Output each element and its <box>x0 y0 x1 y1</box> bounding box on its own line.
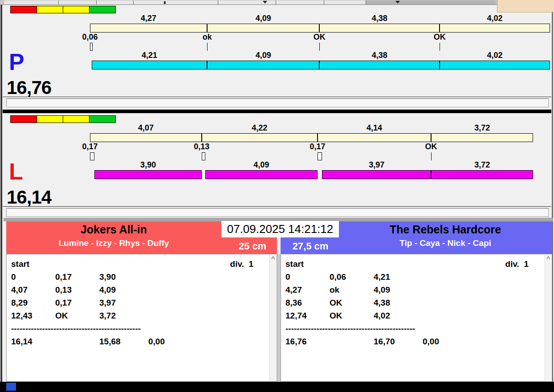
spacer <box>29 257 230 270</box>
scrollbar[interactable]: ^ <box>269 255 276 381</box>
ok-tick <box>440 43 440 51</box>
team-distance: 25 cm <box>228 241 277 252</box>
team-players: Tip - Caya - Nick - Capi <box>338 238 552 248</box>
score-cell: 0,00 <box>148 335 277 348</box>
list-separator: ----------------------------------------… <box>11 322 277 335</box>
marker-label: 0,13 <box>194 143 209 151</box>
marker-label: OK <box>434 33 446 41</box>
score-cell: 0 <box>285 270 330 283</box>
list-gap <box>277 254 281 382</box>
traffic-cell <box>37 115 63 123</box>
status-strip <box>6 208 549 217</box>
throw-bar-segment <box>322 170 431 179</box>
throw-bar-segment <box>205 170 318 179</box>
score-cell: 4,21 <box>374 270 423 283</box>
score-cell <box>423 296 552 309</box>
throw-bar-segment <box>431 170 533 179</box>
status-strip <box>6 98 549 107</box>
score-cell <box>423 283 552 296</box>
ok-tick <box>319 43 320 51</box>
toolbar-fragment[interactable] <box>97 0 134 4</box>
panel-letter: P <box>9 50 24 74</box>
gap-marker <box>90 43 93 51</box>
scrollbar[interactable]: ^ <box>545 255 551 381</box>
traffic-cell <box>89 6 116 13</box>
dropdown-arrow-icon[interactable] <box>263 1 267 4</box>
score-row: 16,1415,680,00 <box>11 335 277 348</box>
list-separator: ----------------------------------------… <box>285 322 552 335</box>
scale-bar-segment <box>440 24 550 33</box>
score-cell <box>148 270 277 283</box>
cumulative-value-label: 4,38 <box>372 14 387 22</box>
scroll-up-icon[interactable]: ^ <box>270 256 276 261</box>
score-cell: 12,74 <box>285 309 330 322</box>
toolbar-fragment[interactable] <box>59 0 97 4</box>
throw-value-label: 4,02 <box>487 51 503 59</box>
start-label: start <box>285 257 304 270</box>
score-cell: 0,17 <box>55 296 99 309</box>
toolbar-fragment[interactable] <box>277 0 324 4</box>
score-cell <box>148 283 277 296</box>
gap-marker <box>202 152 205 160</box>
marker-label: 0,17 <box>310 143 325 151</box>
score-cell: 16,76 <box>285 335 330 348</box>
toolbar-fragment[interactable] <box>219 0 276 4</box>
score-cell <box>55 335 99 348</box>
team-panel-left: Jokers All-in Lumine - Izzy - Rhys - Duf… <box>6 221 277 382</box>
score-row: 12,74OK4,02 <box>285 309 552 322</box>
toolbar-fragment[interactable] <box>366 0 496 4</box>
score-cell: 16,14 <box>11 335 55 348</box>
throw-value-label: 3,97 <box>369 161 384 169</box>
traffic-cell <box>63 6 90 13</box>
cumulative-value-label: 3,72 <box>474 124 490 132</box>
toolbar-fragment[interactable] <box>325 0 366 4</box>
throw-value-label: 4,21 <box>142 51 157 59</box>
cumulative-value-label: 4,14 <box>367 124 382 132</box>
score-cell: 0,06 <box>330 270 374 283</box>
marker-label: 0,06 <box>82 33 98 41</box>
score-cell: 4,09 <box>374 283 423 296</box>
throw-value-label: 3,72 <box>474 161 490 169</box>
throw-value-label: 4,09 <box>256 51 271 59</box>
score-cell: 8,29 <box>11 296 55 309</box>
traffic-cell <box>63 115 90 123</box>
toolbar-fragment[interactable] <box>134 0 218 4</box>
score-list[interactable]: start div. 1 00,173,904,070,134,098,290,… <box>6 254 277 382</box>
score-cell: 3,72 <box>99 309 148 322</box>
score-row: 00,173,90 <box>11 270 277 283</box>
score-cell: OK <box>330 296 374 309</box>
score-cell: OK <box>330 309 374 322</box>
scale-bar-segment <box>431 133 533 142</box>
scroll-up-icon[interactable]: ^ <box>545 256 551 261</box>
divider-line <box>3 206 551 207</box>
score-cell: 3,90 <box>99 270 148 283</box>
bottom-blue-square[interactable] <box>6 383 16 391</box>
cumulative-value-label: 4,22 <box>252 124 267 132</box>
traffic-cell <box>10 115 37 123</box>
score-cell: 4,07 <box>11 283 55 296</box>
team-distance: 27,5 cm <box>286 241 335 252</box>
traffic-cell <box>37 6 63 13</box>
marker-label: OK <box>314 33 326 41</box>
team-name: The Rebels Hardcore <box>338 221 552 236</box>
throw-bar-segment <box>207 61 319 69</box>
toolbar-strip <box>0 0 554 5</box>
dropdown-arrow-icon[interactable] <box>395 1 400 4</box>
throw-bar-segment <box>94 170 201 179</box>
scale-bar-segment <box>90 133 202 142</box>
cumulative-value-label: 4,27 <box>141 14 156 22</box>
scale-bar-segment <box>202 133 318 142</box>
score-cell: OK <box>55 309 99 322</box>
score-list[interactable]: start div. 1 00,064,214,27ok4,098,36OK4,… <box>281 254 552 382</box>
toolbar-fragment[interactable] <box>4 0 59 4</box>
background-window-fragment[interactable] <box>497 0 554 12</box>
score-row: 12,43OK3,72 <box>11 309 277 322</box>
cumulative-value-label: 4,09 <box>256 14 271 22</box>
list-header-row: start div. 1 <box>11 257 277 270</box>
score-cell: 4,27 <box>285 283 330 296</box>
marker-label: ok <box>203 33 212 41</box>
score-cell: 0,00 <box>423 335 552 348</box>
score-row: 4,27ok4,09 <box>285 283 552 296</box>
score-cell: 4,38 <box>374 296 423 309</box>
score-cell: 4,09 <box>99 283 148 296</box>
